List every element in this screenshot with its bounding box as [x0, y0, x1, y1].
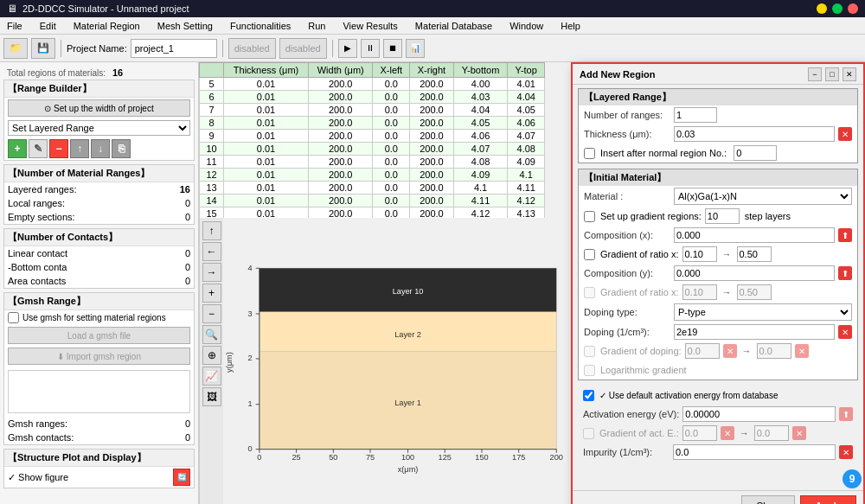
table-row[interactable]: 80.01200.00.0200.04.054.06 — [200, 117, 545, 130]
play-button-1[interactable]: ▶ — [338, 39, 357, 58]
material-select[interactable]: Al(x)Ga(1-x)N — [674, 188, 852, 205]
load-gmsh-button[interactable]: Load a gmsh file — [8, 327, 190, 344]
play-button-3[interactable]: ⏹ — [383, 39, 402, 58]
doping-conc-input[interactable] — [674, 324, 835, 340]
table-row[interactable]: 140.01200.00.0200.04.114.12 — [200, 195, 545, 207]
close-dialog-button[interactable]: Close — [741, 495, 795, 505]
table-row[interactable]: 130.01200.00.0200.04.14.11 — [200, 182, 545, 195]
apply-dialog-button[interactable]: Apply — [800, 495, 856, 505]
menu-item-mesh-setting[interactable]: Mesh Setting — [154, 19, 216, 33]
up-range-button[interactable]: ↑ — [70, 139, 89, 158]
composition-x-input[interactable] — [674, 227, 835, 243]
menu-item-view-results[interactable]: View Results — [339, 19, 400, 33]
menu-item-functionalities[interactable]: Functionalities — [227, 19, 294, 33]
maximize-button[interactable] — [832, 3, 843, 14]
gradient-act-from-input[interactable] — [682, 425, 717, 441]
menu-item-file[interactable]: File — [3, 19, 26, 33]
table-row[interactable]: 120.01200.00.0200.04.094.1 — [200, 169, 545, 182]
import-gmsh-button[interactable]: ⬇ Import gmsh region — [8, 348, 190, 365]
menu-item-run[interactable]: Run — [304, 19, 329, 33]
dialog-minimize-button[interactable]: − — [808, 67, 822, 81]
gradient-regions-checkbox[interactable] — [584, 211, 595, 222]
gradient-ratio-y-to-input[interactable] — [737, 284, 772, 300]
doping-conc-clear-button[interactable]: ✕ — [838, 325, 852, 339]
insert-after-checkbox[interactable] — [584, 148, 595, 159]
menu-item-help[interactable]: Help — [557, 19, 584, 33]
project-name-input[interactable] — [131, 39, 217, 58]
act-from-clear[interactable]: ✕ — [721, 426, 734, 440]
table-cell: 4.11 — [453, 195, 508, 207]
side-toolbar-button-2[interactable]: → — [202, 263, 221, 282]
menu-item-edit[interactable]: Edit — [36, 19, 60, 33]
add-range-button[interactable]: + — [8, 139, 27, 158]
play-button-2[interactable]: ⏸ — [361, 39, 380, 58]
table-header: X-left — [373, 63, 410, 78]
minimize-button[interactable] — [817, 3, 827, 14]
doping-type-select[interactable]: P-type — [674, 303, 852, 321]
menu-item-material-region[interactable]: Material Region — [70, 19, 144, 33]
table-row[interactable]: 100.01200.00.0200.04.074.08 — [200, 143, 545, 156]
gradient-ratio-y-checkbox[interactable] — [584, 287, 595, 298]
dialog-close-button[interactable]: ✕ — [843, 67, 856, 81]
thickness-input[interactable] — [674, 126, 835, 142]
composition-y-input[interactable] — [674, 265, 835, 281]
copy-range-button[interactable]: ⎘ — [112, 139, 131, 158]
side-toolbar-button-7[interactable]: 📈 — [202, 367, 221, 386]
side-toolbar-button-5[interactable]: 🔍 — [202, 325, 221, 344]
side-toolbar-button-8[interactable]: 🖼 — [202, 387, 221, 406]
gradient-ratio-x-checkbox[interactable] — [584, 249, 595, 260]
gradient-steps-input[interactable] — [705, 208, 740, 224]
table-row[interactable]: 70.01200.00.0200.04.044.05 — [200, 104, 545, 117]
gradient-ratio-y-from-input[interactable] — [682, 284, 717, 300]
num-ranges-input[interactable] — [674, 107, 717, 123]
side-toolbar-button-0[interactable]: ↑ — [202, 221, 221, 240]
gradient-doping-from-input[interactable] — [685, 343, 720, 359]
table-row[interactable]: 110.01200.00.0200.04.084.09 — [200, 156, 545, 169]
table-row[interactable]: 90.01200.00.0200.04.064.07 — [200, 130, 545, 143]
impurity-input[interactable] — [673, 444, 836, 460]
side-toolbar-button-6[interactable]: ⊕ — [202, 346, 221, 365]
dialog-maximize-button[interactable]: □ — [825, 67, 839, 81]
doping-to-clear[interactable]: ✕ — [795, 344, 809, 358]
doping-from-clear[interactable]: ✕ — [723, 344, 737, 358]
menu-item-window[interactable]: Window — [506, 19, 547, 33]
table-row[interactable]: 60.01200.00.0200.04.034.04 — [200, 91, 545, 104]
delete-range-button[interactable]: − — [49, 139, 68, 158]
data-table-container[interactable]: Thickness (μm)Width (μm)X-leftX-rightY-b… — [199, 62, 571, 218]
down-range-button[interactable]: ↓ — [91, 139, 110, 158]
side-toolbar-button-3[interactable]: + — [202, 284, 221, 303]
activation-energy-input[interactable] — [682, 406, 836, 422]
gradient-act-checkbox[interactable] — [583, 428, 594, 439]
side-toolbar-button-1[interactable]: ← — [202, 242, 221, 261]
thickness-clear-button[interactable]: ✕ — [838, 127, 852, 141]
act-to-clear[interactable]: ✕ — [792, 426, 806, 440]
gradient-doping-checkbox[interactable] — [584, 346, 595, 357]
use-default-energy-checkbox[interactable] — [583, 390, 594, 401]
activation-energy-clear[interactable]: ⬆ — [839, 407, 853, 421]
set-width-button[interactable]: ⊙ Set up the width of project — [8, 99, 190, 117]
edit-range-button[interactable]: ✎ — [29, 139, 48, 158]
save-button[interactable]: 💾 — [31, 38, 55, 59]
gradient-ratio-x-from-input[interactable] — [682, 246, 717, 262]
menu-item-material-database[interactable]: Material Database — [412, 19, 496, 33]
side-toolbar-button-4[interactable]: − — [202, 304, 221, 323]
composition-x-clear-button[interactable]: ⬆ — [838, 228, 852, 242]
gradient-ratio-x-to-input[interactable] — [737, 246, 772, 262]
show-figure-button[interactable]: 🔄 — [173, 469, 190, 486]
impurity-clear[interactable]: ✕ — [839, 445, 853, 459]
disabled-btn-2[interactable]: disabled — [279, 38, 327, 59]
set-layered-range-select[interactable]: Set Layered Range — [8, 120, 190, 136]
chart-button[interactable]: 📊 — [406, 39, 425, 58]
open-folder-button[interactable]: 📁 — [3, 38, 28, 59]
gradient-doping-to-input[interactable] — [757, 343, 791, 359]
app-title: 2D-DDCC Simulator - Unnamed project — [22, 3, 189, 14]
gradient-act-to-input[interactable] — [754, 425, 789, 441]
close-button[interactable] — [848, 3, 858, 14]
use-gmsh-checkbox[interactable] — [8, 312, 19, 323]
table-row[interactable]: 150.01200.00.0200.04.124.13 — [200, 207, 545, 219]
table-row[interactable]: 50.01200.00.0200.04.004.01 — [200, 78, 545, 91]
composition-y-clear-button[interactable]: ⬆ — [838, 266, 852, 280]
disabled-btn-1[interactable]: disabled — [228, 38, 276, 59]
insert-after-input[interactable] — [734, 145, 777, 161]
log-gradient-checkbox[interactable] — [584, 365, 595, 376]
